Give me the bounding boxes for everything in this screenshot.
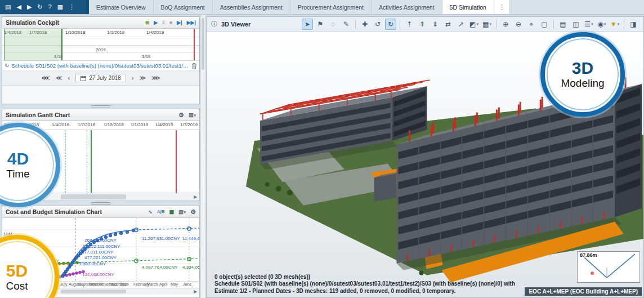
scroll-left-icon[interactable]: ◀: [2, 194, 10, 199]
zoom-window-icon[interactable]: ⌖: [526, 19, 537, 30]
tab-assemblies-assignment[interactable]: Assemblies Assignment: [213, 0, 290, 14]
3d-viewport[interactable]: 0 object(s) selected (0 3D mesh(es)) Sch…: [207, 32, 643, 297]
value-label: 11,267,931.00CNY: [142, 236, 180, 241]
month-label: July: [60, 282, 67, 286]
splitter-grip[interactable]: [91, 105, 110, 108]
value-label: 4,334,066.00: [182, 265, 199, 270]
view-list-icon[interactable]: ☰▾: [583, 19, 594, 30]
dropdown-arrow-icon: ▾: [184, 210, 186, 214]
zoom-fit-icon[interactable]: ▢: [539, 19, 550, 30]
zoom-in-icon[interactable]: ⊕: [500, 19, 511, 30]
gantt-chart-area[interactable]: [2, 130, 199, 193]
tab-activities-assignment[interactable]: Activities Assignment: [372, 0, 442, 14]
viewport-layout-icon[interactable]: ▦▾: [481, 19, 493, 30]
go-first-button[interactable]: ⋘: [41, 75, 50, 81]
scroll-left-icon[interactable]: ◀: [2, 289, 10, 294]
pan-icon[interactable]: ✚: [359, 19, 370, 30]
simulation-cockpit-header: Simulation Cockpit ≣ ▶ ‖ ■ ▶| ▶▶|: [2, 17, 199, 29]
tab-boq-assignment[interactable]: BoQ Assignment: [154, 0, 213, 14]
go-last-button[interactable]: ⋙: [151, 75, 160, 81]
tab-5d-simulation[interactable]: 5D Simulation: [442, 0, 494, 14]
sync-icon[interactable]: ↻: [37, 4, 42, 10]
info-icon[interactable]: ⓘ: [211, 20, 217, 28]
lasso-select-icon[interactable]: ◌: [328, 19, 339, 30]
tab-procurement-assignment[interactable]: Procurement Assignment: [290, 0, 372, 14]
zoom-out-icon[interactable]: ⊖: [513, 19, 524, 30]
tick-label: 1/1/2019: [131, 122, 148, 127]
scrollbar-track[interactable]: [10, 288, 191, 295]
flag-select-icon[interactable]: ⚑: [315, 19, 326, 30]
left-column-scrollbar[interactable]: [200, 15, 205, 298]
scrollbar-thumb[interactable]: [61, 194, 126, 199]
fly-mode-icon[interactable]: ↗: [455, 19, 467, 30]
camera-views-icon[interactable]: ◉▾: [596, 19, 607, 30]
gantt-options-icon[interactable]: ▥▾: [189, 113, 196, 118]
avatar-view-icon[interactable]: ◩▾: [468, 19, 480, 30]
panel-title: Simulation Gantt Chart: [6, 112, 70, 118]
level-up-icon[interactable]: ⇞: [417, 19, 428, 30]
simulation-date-navigator: ⋘ ≪ ‹ 27 July 2018 › ≫ ⋙: [2, 71, 199, 86]
tick-label: 1/4/2018: [52, 122, 69, 127]
tab-estimate-overview[interactable]: Estimate Overview: [89, 0, 154, 14]
apps-menu-icon[interactable]: ⋮: [69, 4, 75, 10]
step-forward-button[interactable]: ▶|: [177, 20, 182, 25]
calendar-icon[interactable]: ▦: [57, 4, 63, 10]
cockpit-timeline[interactable]: 1/4/2018 1/7/2018 1/10/2018 1/1/2019 1/4…: [2, 29, 199, 61]
scroll-right-icon[interactable]: ▶: [191, 194, 199, 199]
fast-back-button[interactable]: ≪: [56, 75, 62, 81]
value-label: 11,022,111.00CNY: [83, 244, 120, 249]
scrollbar-thumb[interactable]: [61, 290, 126, 293]
delete-schedule-icon[interactable]: [191, 63, 197, 69]
filter-icon[interactable]: ▼▾: [609, 19, 620, 30]
section-box-icon[interactable]: ◫: [570, 19, 582, 30]
cost-chart-area[interactable]: 10M: [2, 218, 199, 281]
tick-label: 1/7/2019: [180, 122, 198, 127]
toolbar-separator: [553, 20, 554, 29]
simulation-export-icon[interactable]: ≣: [145, 20, 150, 25]
back-icon[interactable]: ◀: [16, 4, 21, 10]
jump-to-end-button[interactable]: ▶▶|: [187, 20, 196, 25]
value-label: 9,800.00CNY: [79, 261, 106, 266]
cost-settings-icon[interactable]: ⚙: [190, 209, 196, 215]
pause-button[interactable]: ‖: [162, 20, 164, 25]
forward-icon[interactable]: ▶: [27, 4, 32, 10]
back-button[interactable]: ‹: [68, 75, 70, 81]
gantt-horizontal-scrollbar: ◀ ▶: [2, 193, 199, 201]
value-label: 277,011.00CNY: [82, 250, 113, 255]
map-view-icon[interactable]: ▤: [557, 19, 569, 30]
play-button[interactable]: ▶: [154, 20, 158, 25]
schedule-link[interactable]: Schedule S01/S02 (with baseline(s) (none…: [11, 63, 189, 69]
top-bar: ▤ ◀ ▶ ↻ ? ▦ ⋮ Estimate Overview BoQ Assi…: [0, 0, 644, 15]
current-date-field[interactable]: 27 July 2018: [75, 74, 126, 82]
swap-view-icon[interactable]: ⇄: [442, 19, 454, 30]
curve-options-icon[interactable]: ∿: [148, 210, 153, 215]
side-panel-icon[interactable]: ◨: [628, 19, 639, 30]
export-excel-icon[interactable]: ▦: [169, 210, 175, 215]
navigation-compass[interactable]: 87.86m: [577, 251, 640, 283]
scroll-right-icon[interactable]: ▶: [191, 289, 199, 294]
orbit-icon[interactable]: ↺: [372, 19, 383, 30]
scrollbar-thumb[interactable]: [202, 18, 204, 70]
splitter-grip[interactable]: [91, 202, 110, 205]
value-label: 11,449,419.00: [182, 236, 199, 241]
fast-forward-button[interactable]: ≫: [140, 75, 146, 81]
app-toolbar: ▤ ◀ ▶ ↻ ? ▦ ⋮: [0, 0, 89, 14]
help-icon[interactable]: ?: [48, 4, 52, 10]
stop-button[interactable]: ■: [169, 20, 172, 25]
scrollbar-track[interactable]: [10, 193, 191, 201]
forward-button[interactable]: ›: [132, 75, 134, 81]
month-label: June: [183, 282, 191, 286]
rotate-icon[interactable]: ↻: [385, 19, 396, 30]
select-arrow-icon[interactable]: ➤: [302, 19, 313, 30]
level-down-icon[interactable]: ⇟: [430, 19, 441, 30]
gantt-settings-icon[interactable]: ⚙: [178, 112, 184, 118]
save-icon[interactable]: ▤: [5, 4, 11, 10]
cost-x-axis: July August September October November D…: [2, 281, 199, 288]
compare-ab-icon[interactable]: A|B: [157, 210, 165, 214]
tick-label: 1/4/2019: [146, 30, 164, 35]
walk-icon[interactable]: ⇡: [404, 19, 415, 30]
chart-type-icon[interactable]: ▥▾: [178, 210, 186, 215]
brush-select-icon[interactable]: ✎: [341, 19, 352, 30]
refresh-schedule-icon[interactable]: ↻: [5, 63, 9, 69]
tab-overflow-icon[interactable]: ⋮: [494, 0, 510, 14]
